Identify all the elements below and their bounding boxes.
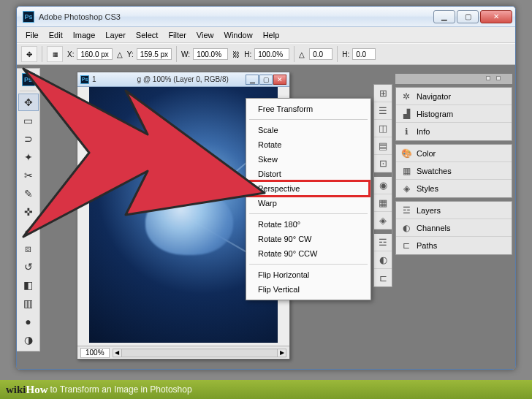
menu-perspective[interactable]: Perspective (248, 181, 369, 196)
panel-channels[interactable]: ◐ Channels (396, 219, 512, 237)
panel-channels-label: Channels (417, 224, 450, 232)
field-angle[interactable]: 0.0 (309, 48, 332, 60)
photoshop-logo-icon: Ps (18, 71, 39, 88)
reference-point-locator[interactable]: ▦ (47, 46, 63, 62)
panel-styles[interactable]: ◈ Styles (396, 180, 512, 197)
menu-edit[interactable]: Edit (45, 29, 67, 41)
menu-rotate[interactable]: Rotate (248, 137, 369, 152)
zoom-field[interactable]: 100% (80, 348, 110, 358)
dock-icon-11[interactable]: ⊏ (374, 269, 392, 286)
dock-icon-4[interactable]: ▤ (374, 137, 392, 155)
field-skew-h[interactable]: 0.0 (352, 48, 376, 60)
field-h[interactable]: 100.0% (254, 48, 289, 60)
label-y: Y: (127, 50, 134, 58)
panel-styles-label: Styles (417, 184, 438, 193)
right-panel-dock: ✲ Navigator ▟ Histogram ℹ Info 🎨 Color ▦… (395, 74, 512, 255)
blur-tool[interactable]: ● (18, 313, 39, 330)
dock-icon-2[interactable]: ☰ (374, 102, 392, 120)
dodge-tool[interactable]: ◑ (18, 331, 39, 349)
menu-free-transform[interactable]: Free Transform (248, 102, 369, 116)
field-w[interactable]: 100.0% (193, 48, 228, 60)
menu-window[interactable]: Window (220, 29, 257, 41)
clone-stamp-tool[interactable]: ⧇ (18, 240, 39, 257)
menu-help[interactable]: Help (259, 29, 284, 41)
panel-paths[interactable]: ⊏ Paths (396, 237, 512, 254)
wikihow-logo: wikiHow (6, 384, 48, 396)
panel-info[interactable]: ℹ Info (396, 123, 512, 140)
menu-layer[interactable]: Layer (101, 29, 130, 41)
close-button[interactable]: ✕ (480, 10, 512, 23)
document-status-bar: 100% ◀ ▶ (77, 346, 289, 359)
dock-collapse-handle[interactable] (486, 76, 490, 80)
dock-icon-3[interactable]: ◫ (374, 120, 392, 137)
dock-icon-6[interactable]: ◉ (374, 177, 392, 194)
document-title-suffix: g @ 100% (Layer 0, RGB/8) (137, 75, 229, 83)
layers-icon: ☲ (400, 205, 412, 216)
tools-palette: Ps ✥ ▭ ⊃ ✦ ✂ ✎ ✜ 🖌 ⧇ ↺ ◧ ▥ ● ◑ (17, 68, 40, 352)
color-icon: 🎨 (400, 148, 412, 159)
menu-distort[interactable]: Distort (248, 167, 369, 181)
panel-histogram-label: Histogram (417, 110, 453, 118)
dock-collapse-handle-2[interactable] (496, 76, 501, 80)
menu-rotate-180[interactable]: Rotate 180° (248, 217, 369, 232)
window-controls: ▁ ▢ ✕ (433, 10, 512, 23)
menu-image[interactable]: Image (69, 29, 100, 41)
menu-rotate-90-cw[interactable]: Rotate 90° CW (248, 232, 369, 246)
angle-icon: △ (299, 50, 305, 58)
eraser-tool[interactable]: ◧ (18, 276, 39, 294)
scroll-left-arrow-icon[interactable]: ◀ (113, 349, 122, 357)
dock-icon-1[interactable]: ⊞ (374, 85, 392, 102)
menu-select[interactable]: Select (132, 29, 163, 41)
menu-flip-vertical[interactable]: Flip Vertical (248, 282, 369, 297)
move-tool[interactable]: ✥ (18, 94, 39, 111)
styles-icon: ◈ (400, 183, 412, 194)
scroll-right-arrow-icon[interactable]: ▶ (277, 349, 286, 357)
gradient-tool[interactable]: ▥ (18, 294, 39, 312)
document-icon: Ps (80, 75, 89, 84)
field-y[interactable]: 159.5 px (137, 48, 172, 60)
dock-icon-9[interactable]: ☲ (374, 234, 392, 251)
menu-view[interactable]: View (192, 29, 218, 41)
doc-close-button[interactable]: ✕ (273, 75, 286, 85)
histogram-icon: ▟ (400, 108, 412, 120)
menubar: File Edit Image Layer Select Filter View… (17, 27, 515, 43)
titlebar: Ps Adobe Photoshop CS3 ▁ ▢ ✕ (17, 7, 515, 27)
menu-rotate-90-ccw[interactable]: Rotate 90° CCW (248, 246, 369, 261)
magic-wand-tool[interactable]: ✦ (18, 148, 39, 166)
menu-skew[interactable]: Skew (248, 152, 369, 167)
menu-file[interactable]: File (21, 29, 43, 41)
horizontal-scrollbar[interactable]: ◀ ▶ (113, 349, 286, 357)
history-brush-tool[interactable]: ↺ (18, 258, 39, 276)
panel-layers[interactable]: ☲ Layers (396, 202, 512, 219)
link-icon[interactable]: ⛓ (232, 50, 240, 58)
doc-maximize-button[interactable]: ▢ (259, 75, 273, 85)
menu-flip-horizontal[interactable]: Flip Horizontal (248, 267, 369, 282)
panel-swatches-label: Swatches (417, 167, 452, 175)
healing-brush-tool[interactable]: ✜ (18, 203, 39, 221)
collapsed-dock: ⊞ ☰ ◫ ▤ ⊡ ◉ ▦ ◈ ☲ ◐ ⊏ (373, 84, 392, 287)
menu-filter[interactable]: Filter (164, 29, 190, 41)
menu-warp[interactable]: Warp (248, 196, 369, 210)
field-x[interactable]: 160.0 px (77, 48, 112, 60)
minimize-button[interactable]: ▁ (433, 10, 455, 23)
panel-navigator[interactable]: ✲ Navigator (396, 88, 512, 105)
brush-tool[interactable]: 🖌 (18, 221, 39, 239)
tool-preset-picker[interactable]: ✥ (21, 46, 37, 62)
marquee-tool[interactable]: ▭ (18, 112, 39, 129)
dock-icon-10[interactable]: ◐ (374, 251, 392, 269)
dock-icon-7[interactable]: ▦ (374, 194, 392, 212)
transform-context-menu: Free Transform Scale Rotate Skew Distort… (246, 98, 371, 300)
panel-swatches[interactable]: ▦ Swatches (396, 162, 512, 180)
crop-tool[interactable]: ✂ (18, 167, 39, 184)
panel-histogram[interactable]: ▟ Histogram (396, 105, 512, 123)
lasso-tool[interactable]: ⊃ (18, 130, 39, 148)
paths-icon: ⊏ (400, 240, 412, 251)
panel-color[interactable]: 🎨 Color (396, 145, 512, 162)
eyedropper-tool[interactable]: ✎ (18, 185, 39, 202)
dock-icon-8[interactable]: ◈ (374, 212, 392, 229)
maximize-button[interactable]: ▢ (457, 10, 479, 23)
menu-scale[interactable]: Scale (248, 123, 369, 137)
doc-minimize-button[interactable]: ▁ (246, 75, 259, 85)
dock-icon-5[interactable]: ⊡ (374, 155, 392, 172)
info-icon: ℹ (400, 126, 412, 137)
